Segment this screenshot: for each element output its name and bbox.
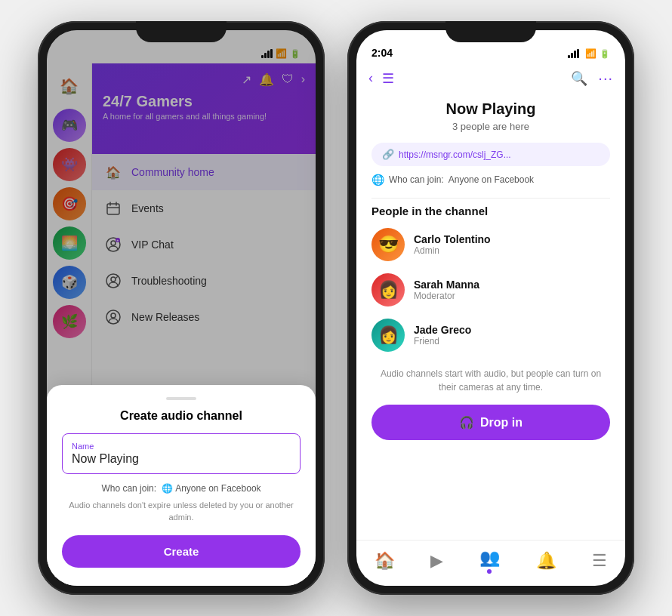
person-info-carlo: Carlo Tolentino Admin bbox=[414, 233, 491, 256]
person-item-carlo: 😎 Carlo Tolentino Admin bbox=[371, 228, 610, 261]
drop-in-button[interactable]: 🎧 Drop in bbox=[371, 405, 610, 440]
phone2-navbar: ‹ ☰ 🔍 ··· bbox=[356, 63, 625, 93]
name-field-value[interactable]: Now Playing bbox=[72, 452, 291, 466]
phone2-body: Now Playing 3 people are here 🔗 https://… bbox=[356, 93, 625, 540]
channel-link: https://msngr.com/cslj_ZG... bbox=[399, 149, 511, 160]
phone-2: 2:04 📶 🔋 ‹ bbox=[347, 21, 634, 595]
name-field[interactable]: Name Now Playing bbox=[62, 433, 301, 474]
bottom-bell-icon: 🔔 bbox=[536, 551, 556, 571]
person-item-sarah: 👩 Sarah Manna Moderator bbox=[371, 273, 610, 306]
person-name-carlo: Carlo Tolentino bbox=[414, 233, 491, 245]
avatar-carlo: 😎 bbox=[371, 228, 405, 261]
avatar-emoji-jade: 👩 bbox=[378, 325, 399, 345]
people-count: 3 people are here bbox=[371, 121, 610, 132]
globe-icon-2: 🌐 bbox=[371, 174, 384, 186]
time-display: 2:04 bbox=[371, 47, 393, 59]
join-row: 🌐 Who can join: Anyone on Facebook bbox=[371, 174, 610, 186]
name-field-label: Name bbox=[72, 442, 291, 451]
search-icon[interactable]: 🔍 bbox=[571, 70, 587, 87]
person-info-sarah: Sarah Manna Moderator bbox=[414, 279, 479, 301]
person-role-sarah: Moderator bbox=[414, 291, 479, 301]
audio-note: Audio channels start with audio, but peo… bbox=[371, 367, 610, 394]
bottom-nav: 🏠 ▶ 👥 🔔 ☰ bbox=[356, 540, 625, 586]
person-info-jade: Jade Greco Friend bbox=[414, 324, 471, 346]
section-title-people: People in the channel bbox=[371, 205, 610, 217]
drop-in-label: Drop in bbox=[480, 416, 522, 430]
person-name-jade: Jade Greco bbox=[414, 324, 471, 336]
bottom-nav-menu[interactable]: ☰ bbox=[592, 551, 607, 571]
menu-icon[interactable]: ☰ bbox=[382, 70, 394, 87]
notch-1 bbox=[136, 21, 227, 42]
avatar-jade: 👩 bbox=[371, 319, 405, 352]
bottom-nav-video[interactable]: ▶ bbox=[430, 551, 443, 571]
more-icon[interactable]: ··· bbox=[598, 69, 613, 87]
person-role-jade: Friend bbox=[414, 336, 471, 346]
phone-1: 📶 🔋 🏠 🎮 👾 bbox=[38, 21, 325, 595]
person-item-jade: 👩 Jade Greco Friend bbox=[371, 319, 610, 352]
wifi-icon-2: 📶 bbox=[585, 48, 596, 59]
headphones-icon: 🎧 bbox=[459, 415, 474, 430]
who-can-join-value: Anyone on Facebook bbox=[449, 174, 534, 185]
person-name-sarah: Sarah Manna bbox=[414, 279, 479, 291]
who-can-join: Who can join: 🌐 Anyone on Facebook bbox=[62, 483, 301, 494]
modal-drag-handle bbox=[166, 397, 196, 400]
create-button[interactable]: Create bbox=[62, 535, 301, 568]
globe-icon-modal: 🌐 bbox=[162, 483, 173, 494]
bottom-nav-home[interactable]: 🏠 bbox=[375, 551, 395, 571]
link-badge[interactable]: 🔗 https://msngr.com/cslj_ZG... bbox=[371, 143, 610, 166]
bottom-nav-groups[interactable]: 👥 bbox=[479, 548, 500, 574]
avatar-emoji-carlo: 😎 bbox=[378, 235, 399, 254]
bottom-video-icon: ▶ bbox=[430, 551, 443, 571]
notch-2 bbox=[445, 21, 536, 42]
back-icon[interactable]: ‹ bbox=[368, 70, 373, 86]
active-indicator bbox=[487, 569, 492, 574]
bottom-menu-icon: ☰ bbox=[592, 551, 607, 571]
network-bars-2 bbox=[568, 49, 579, 58]
battery-icon-2: 🔋 bbox=[600, 49, 610, 59]
person-role-carlo: Admin bbox=[414, 245, 491, 256]
bottom-home-icon: 🏠 bbox=[375, 551, 395, 571]
avatar-sarah: 👩 bbox=[371, 273, 405, 306]
link-icon: 🔗 bbox=[382, 149, 394, 160]
avatar-emoji-sarah: 👩 bbox=[378, 280, 399, 300]
divider-1 bbox=[371, 198, 610, 199]
create-audio-channel-modal: Create audio channel Name Now Playing Wh… bbox=[47, 385, 316, 586]
status-icons-2: 📶 🔋 bbox=[568, 48, 610, 59]
bottom-groups-icon: 👥 bbox=[479, 548, 500, 568]
modal-note: Audio channels don't expire unless delet… bbox=[62, 500, 301, 523]
channel-title: Now Playing bbox=[371, 100, 610, 118]
bottom-nav-notifications[interactable]: 🔔 bbox=[536, 551, 556, 571]
modal-title: Create audio channel bbox=[62, 409, 301, 423]
who-can-join-label: Who can join: bbox=[389, 174, 444, 185]
